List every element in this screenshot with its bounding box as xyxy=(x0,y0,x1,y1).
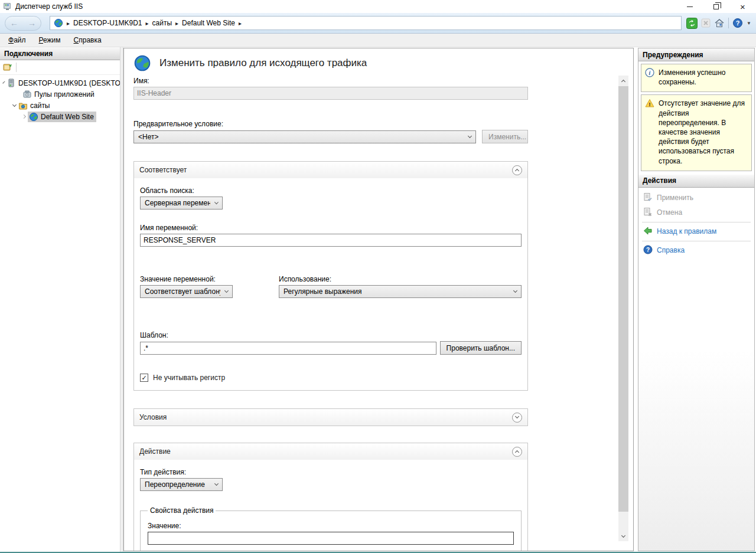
back-to-rules-action[interactable]: Назад к правилам xyxy=(638,224,754,239)
refresh-icon[interactable] xyxy=(686,18,698,29)
server-icon xyxy=(6,78,16,88)
chevron-down-icon xyxy=(513,289,517,293)
apply-icon xyxy=(643,192,653,204)
alert-text: Отсутствует значение для действия переоп… xyxy=(659,99,748,165)
action-properties-group: Свойства действия Значение: ✓ Заменить д… xyxy=(140,506,522,551)
apply-label: Применить xyxy=(657,194,693,202)
navigation-buttons: ← → xyxy=(5,16,41,31)
scrollbar-thumb[interactable] xyxy=(618,86,628,512)
using-label: Использование: xyxy=(279,275,522,283)
action-section-header[interactable]: Действие xyxy=(134,443,527,460)
vertical-scrollbar[interactable] xyxy=(618,76,628,541)
app-pools-icon xyxy=(22,90,32,99)
value-input[interactable] xyxy=(148,532,514,545)
svg-text:?: ? xyxy=(646,247,650,253)
match-section-header[interactable]: Соответствует xyxy=(134,162,527,178)
test-pattern-button[interactable]: Проверить шаблон... xyxy=(440,341,522,355)
create-connection-icon[interactable] xyxy=(3,63,12,72)
collapse-section-icon[interactable] xyxy=(512,447,522,457)
cancel-action: Отмена xyxy=(638,205,754,220)
variable-value-select[interactable]: Соответствует шаблону xyxy=(140,285,233,298)
variable-value-value: Соответствует шаблону xyxy=(145,287,220,296)
svg-text:i: i xyxy=(649,70,651,76)
selected-tree-item[interactable]: Default Web Site xyxy=(28,112,96,122)
site-globe-icon xyxy=(29,112,38,122)
expand-section-icon[interactable] xyxy=(512,413,522,423)
action-type-select[interactable]: Переопределение xyxy=(140,478,223,491)
right-panel: Предупреждения i Изменения успешно сохра… xyxy=(638,48,755,551)
scope-select[interactable]: Серверная переменн xyxy=(140,197,223,210)
tree-item-server[interactable]: DESKTOP-U1MK9D1 (DESKTOP xyxy=(0,77,120,89)
alert-warning: ! Отсутствует значение для действия пере… xyxy=(641,94,752,171)
cancel-icon xyxy=(643,207,653,218)
tree-item-default-web-site[interactable]: Default Web Site xyxy=(0,111,120,122)
breadcrumb-arrow-icon: ▸ xyxy=(239,20,242,27)
action-type-label: Тип действия: xyxy=(140,468,522,476)
variable-name-input[interactable] xyxy=(140,234,522,247)
address-bar: ← → ▸ DESKTOP-U1MK9D1 ▸ сайты ▸ Default … xyxy=(0,13,756,34)
actions-separator xyxy=(642,222,751,222)
precondition-select[interactable]: <Нет> xyxy=(133,130,476,143)
breadcrumb[interactable]: ▸ DESKTOP-U1MK9D1 ▸ сайты ▸ Default Web … xyxy=(50,16,682,30)
breadcrumb-item-sites[interactable]: сайты xyxy=(152,19,172,27)
breadcrumb-arrow-icon: ▸ xyxy=(146,20,149,27)
chevron-down-icon xyxy=(214,482,219,486)
action-type-value: Переопределение xyxy=(145,480,205,489)
breadcrumb-arrow-icon: ▸ xyxy=(175,20,178,27)
back-arrow-icon xyxy=(643,226,653,237)
breadcrumb-arrow-icon: ▸ xyxy=(67,20,70,27)
menu-view[interactable]: Режим xyxy=(39,36,61,44)
menu-bar: Файл Режим Справка xyxy=(0,34,756,47)
restore-button[interactable] xyxy=(703,0,729,13)
tree-item-sites[interactable]: сайты xyxy=(0,100,120,111)
actions-list: Применить Отмена Назад к правилам ? xyxy=(638,188,754,261)
edit-outbound-rule-form: Изменить правило для исходящего трафика … xyxy=(133,54,528,551)
restore-icon xyxy=(713,4,719,9)
pattern-input[interactable] xyxy=(140,342,436,355)
globe-icon xyxy=(133,54,151,72)
svg-text:!: ! xyxy=(649,102,651,107)
menu-file[interactable]: Файл xyxy=(8,36,26,44)
back-button: ← xyxy=(10,19,18,27)
edit-precondition-button: Изменить... xyxy=(482,130,528,143)
help-dropdown-arrow-icon[interactable]: ▼ xyxy=(747,21,751,26)
expanded-chevron-icon[interactable] xyxy=(2,81,5,83)
toolbar-separator xyxy=(728,18,729,28)
sites-folder-icon xyxy=(18,101,28,110)
cancel-label: Отмена xyxy=(657,208,682,217)
connections-tree: DESKTOP-U1MK9D1 (DESKTOP Пулы приложений… xyxy=(0,75,120,122)
globe-icon xyxy=(54,18,63,28)
menu-help[interactable]: Справка xyxy=(74,36,102,44)
using-select[interactable]: Регулярные выражения xyxy=(279,285,522,298)
help-icon[interactable]: ? xyxy=(732,18,743,28)
close-button[interactable]: × xyxy=(729,0,756,13)
precondition-value: <Нет> xyxy=(138,133,158,141)
ignore-case-checkbox[interactable]: ✓ xyxy=(140,374,148,382)
iis-app-icon xyxy=(3,2,12,11)
variable-name-label: Имя переменной: xyxy=(140,224,522,232)
minimize-button[interactable] xyxy=(676,0,703,13)
scroll-up-button[interactable] xyxy=(618,76,628,86)
scroll-down-button[interactable] xyxy=(618,531,628,541)
tree-item-app-pools[interactable]: Пулы приложений xyxy=(0,89,120,100)
tree-item-label: Default Web Site xyxy=(41,113,94,121)
actions-separator xyxy=(642,241,751,241)
help-action[interactable]: ? Справка xyxy=(638,243,754,258)
window-title: Диспетчер служб IIS xyxy=(15,2,676,11)
connections-panel: Подключения DESKTOP-U1MK9D1 (DESKTOP Пул… xyxy=(0,47,120,552)
expanded-chevron-icon[interactable] xyxy=(12,102,17,106)
name-label: Имя: xyxy=(133,77,528,85)
collapse-section-icon[interactable] xyxy=(512,165,522,175)
pattern-label: Шаблон: xyxy=(140,331,522,339)
stop-icon xyxy=(701,18,711,28)
breadcrumb-item-server[interactable]: DESKTOP-U1MK9D1 xyxy=(73,19,142,27)
breadcrumb-item-site[interactable]: Default Web Site xyxy=(182,19,235,27)
collapsed-chevron-icon[interactable] xyxy=(22,114,26,119)
conditions-section-header[interactable]: Условия xyxy=(134,409,527,426)
action-section-title: Действие xyxy=(139,447,171,456)
connections-header: Подключения xyxy=(0,47,120,60)
chevron-down-icon xyxy=(468,133,472,138)
home-icon[interactable] xyxy=(714,18,725,28)
conditions-section: Условия xyxy=(133,408,528,426)
tree-item-label: Пулы приложений xyxy=(34,90,94,99)
